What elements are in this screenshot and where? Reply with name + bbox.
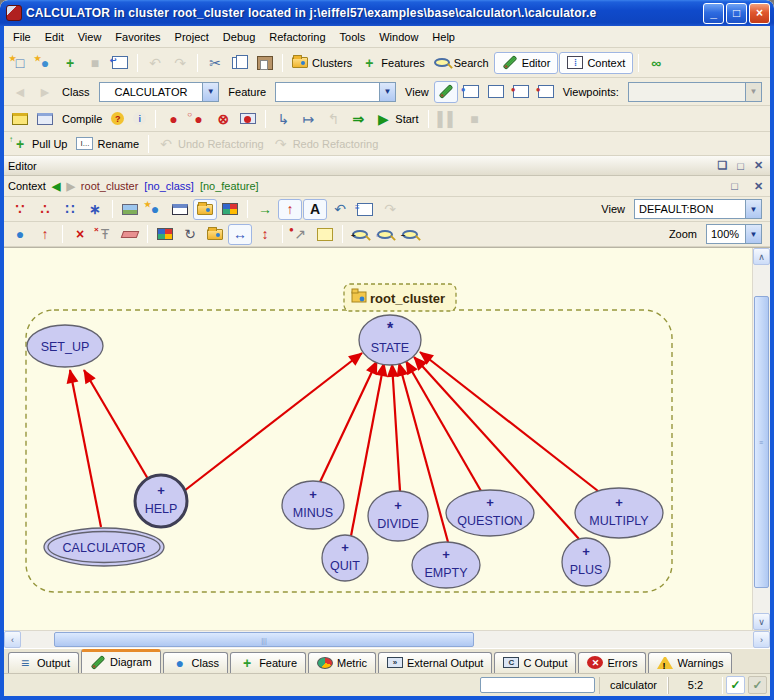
maximize-pane-icon[interactable]: □ xyxy=(733,159,748,173)
debug-window-icon[interactable] xyxy=(236,108,260,130)
rename-button[interactable]: I...Rename xyxy=(72,133,143,155)
menu-project[interactable]: Project xyxy=(168,28,216,46)
class-node-empty[interactable]: +EMPTY xyxy=(412,542,480,588)
vertical-scrollbar[interactable]: ∧ ≡ ∨ xyxy=(752,248,770,630)
class-node-state[interactable]: *STATE xyxy=(359,315,421,365)
inheritance-link-tool-icon[interactable]: ∗ xyxy=(83,199,107,220)
go-to-icon[interactable]: → xyxy=(253,199,277,220)
zoom-out-icon[interactable]: − xyxy=(398,224,422,245)
maximize-button[interactable]: □ xyxy=(726,3,747,24)
text-view-icon[interactable] xyxy=(434,81,458,103)
zoom-in-icon[interactable]: + xyxy=(348,224,372,245)
class-node-plus[interactable]: +PLUS xyxy=(562,538,610,586)
uml-view-icon[interactable] xyxy=(168,199,192,220)
inheritance-edge-calculator-set_up[interactable] xyxy=(70,370,101,527)
context-toggle[interactable]: ⁞Context xyxy=(559,52,633,74)
debug-run-new-icon[interactable]: ●○ xyxy=(186,108,210,130)
context-forward-icon[interactable]: ▶ xyxy=(66,180,74,193)
scroll-up-icon[interactable]: ∧ xyxy=(753,248,770,265)
contract-view-icon[interactable]: ● xyxy=(509,81,533,103)
menu-window[interactable]: Window xyxy=(372,28,425,46)
context-class-link[interactable]: [no_class] xyxy=(144,180,194,192)
step-over-icon[interactable]: ↦ xyxy=(296,108,320,130)
start-button[interactable]: ▶Start xyxy=(371,108,422,130)
tab-external-output[interactable]: »External Output xyxy=(378,652,492,673)
zoom-combobox-arrow-icon[interactable]: ▼ xyxy=(745,225,761,243)
pin-icon[interactable]: ↗● xyxy=(288,224,312,245)
context-feature-link[interactable]: [no_feature] xyxy=(200,180,259,192)
vertical-scroll-thumb[interactable]: ≡ xyxy=(754,296,769,588)
undo-diagram-icon[interactable]: ↶ xyxy=(328,199,352,220)
class-node-calculator[interactable]: CALCULATOR xyxy=(44,528,164,566)
delete-icon[interactable]: × xyxy=(68,224,92,245)
reload-icon[interactable] xyxy=(203,224,227,245)
diagram-view-combobox-arrow-icon[interactable]: ▼ xyxy=(745,200,761,218)
supplier-arrow-icon[interactable]: ↑ xyxy=(33,224,57,245)
cluster-view-toggle[interactable] xyxy=(193,199,217,220)
class-node-set_up[interactable]: SET_UP xyxy=(27,325,103,367)
step-into-icon[interactable]: ↳ xyxy=(271,108,295,130)
menu-debug[interactable]: Debug xyxy=(216,28,262,46)
tab-class[interactable]: ●Class xyxy=(163,652,229,673)
cut-icon[interactable]: ✂ xyxy=(203,52,227,74)
zoom-combobox[interactable]: 100% ▼ xyxy=(706,224,762,244)
inheritance-edge-multiply-state[interactable] xyxy=(420,352,598,491)
class-tool-icon[interactable]: ∵ xyxy=(8,199,32,220)
scroll-down-icon[interactable]: ∨ xyxy=(753,613,770,630)
copy-icon[interactable] xyxy=(228,52,252,74)
horizontal-scroll-thumb[interactable]: ||| xyxy=(54,632,474,647)
paste-icon[interactable] xyxy=(253,52,277,74)
features-button[interactable]: +Features xyxy=(357,52,428,74)
discover-icon[interactable]: ? xyxy=(107,108,128,130)
scroll-left-icon[interactable]: ‹ xyxy=(4,631,21,648)
run-to-cursor-icon[interactable]: ⇒ xyxy=(346,108,370,130)
client-link-tool-icon[interactable]: ∷ xyxy=(58,199,82,220)
tab-metric[interactable]: Metric xyxy=(308,652,376,673)
tab-c-output[interactable]: CC Output xyxy=(494,652,576,673)
debug-run-icon[interactable]: ● xyxy=(161,108,185,130)
feature-combobox-arrow-icon[interactable]: ▼ xyxy=(379,83,395,101)
unpin-pane-icon[interactable]: ❏ xyxy=(715,159,730,173)
cluster-tool-icon[interactable]: ∴ xyxy=(33,199,57,220)
menu-favorites[interactable]: Favorites xyxy=(108,28,167,46)
vertical-order-icon[interactable]: ↕ xyxy=(253,224,277,245)
menu-edit[interactable]: Edit xyxy=(38,28,71,46)
class-node-multiply[interactable]: +MULTIPLY xyxy=(575,488,663,538)
export-globe-icon[interactable]: ●★ xyxy=(143,199,167,220)
class-node-minus[interactable]: +MINUS xyxy=(282,481,344,529)
inheritance-edge-help-set_up[interactable] xyxy=(84,370,148,479)
history-icon[interactable]: ≡ xyxy=(353,199,377,220)
horizontal-scrollbar[interactable]: ‹ ||| › xyxy=(4,630,770,648)
editor-toggle[interactable]: Editor xyxy=(494,52,559,74)
context-back-icon[interactable]: ◀ xyxy=(52,180,60,193)
ancestors-toggle[interactable]: ↑ xyxy=(278,199,302,220)
inheritance-edge-help-state[interactable] xyxy=(184,353,362,491)
freeze-icon[interactable] xyxy=(33,108,57,130)
close-button[interactable]: × xyxy=(749,3,770,24)
tab-diagram[interactable]: Diagram xyxy=(81,649,161,673)
tab-output[interactable]: ≡Output xyxy=(8,652,79,673)
note-icon[interactable] xyxy=(313,224,337,245)
globe-icon[interactable]: ● xyxy=(8,224,32,245)
class-combobox[interactable]: CALCULATOR ▼ xyxy=(99,82,220,102)
class-combobox-arrow-icon[interactable]: ▼ xyxy=(202,83,218,101)
close-context-icon[interactable]: ✕ xyxy=(751,179,766,193)
rotate-icon[interactable]: ↻ xyxy=(178,224,202,245)
zoom-fit-icon[interactable]: ▫ xyxy=(373,224,397,245)
class-node-divide[interactable]: +DIVIDE xyxy=(368,491,428,541)
class-node-question[interactable]: +QUESTION xyxy=(446,490,534,536)
menu-file[interactable]: File xyxy=(6,28,38,46)
clickable-view-icon[interactable]: ● xyxy=(459,81,483,103)
inheritance-edge-divide-state[interactable] xyxy=(392,364,400,491)
menu-help[interactable]: Help xyxy=(425,28,462,46)
diagram-canvas[interactable]: root_clusterSET_UP*STATE+HELPCALCULATOR+… xyxy=(4,248,752,630)
new-class-icon[interactable]: ●★ xyxy=(33,52,57,74)
context-cluster-link[interactable]: root_cluster xyxy=(81,180,138,192)
new-window-icon[interactable]: □★ xyxy=(8,52,32,74)
info-icon[interactable]: i xyxy=(129,108,150,130)
class-node-help[interactable]: +HELP xyxy=(135,475,187,527)
feature-combobox[interactable]: ▼ xyxy=(275,82,396,102)
status-filter-field[interactable] xyxy=(480,677,595,693)
anchor-delete-icon[interactable]: Ŧ× xyxy=(93,224,117,245)
maximize-context-icon[interactable]: □ xyxy=(727,179,742,193)
